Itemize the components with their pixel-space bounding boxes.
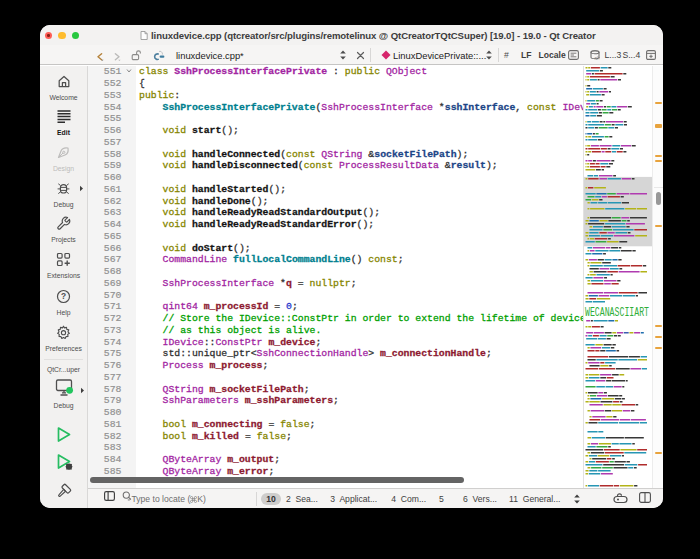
svg-text:?: ? <box>61 291 66 301</box>
svg-text:WECANASCIIART: WECANASCIIART <box>585 305 649 319</box>
svg-text:</>: </> <box>594 56 600 61</box>
